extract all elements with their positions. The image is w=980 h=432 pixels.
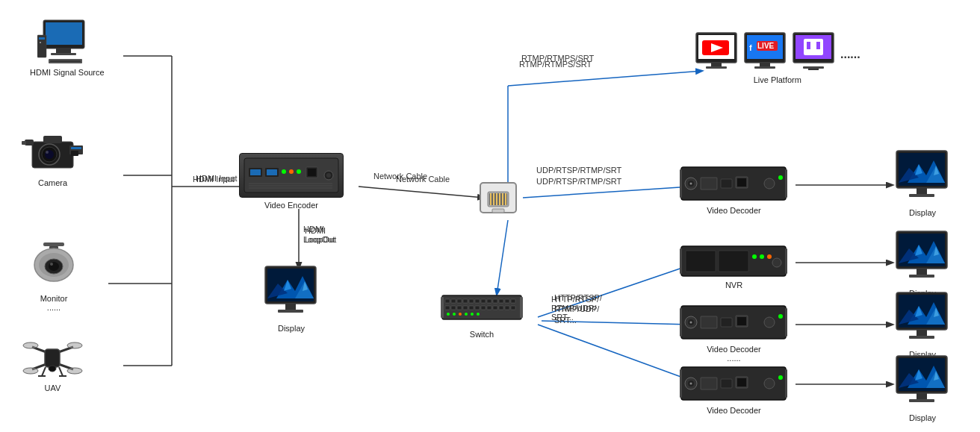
svg-rect-107 [754, 66, 775, 69]
svg-rect-122 [481, 299, 486, 303]
loop-display-node: Display [261, 265, 321, 333]
svg-rect-135 [487, 306, 491, 310]
svg-rect-118 [457, 299, 462, 303]
svg-rect-162 [719, 251, 748, 272]
svg-rect-112 [816, 42, 820, 49]
svg-rect-100 [706, 66, 727, 69]
svg-rect-174 [721, 318, 732, 327]
svg-rect-128 [445, 306, 450, 310]
svg-rect-125 [499, 299, 503, 303]
svg-rect-38 [71, 147, 81, 149]
svg-rect-209 [917, 269, 927, 275]
svg-point-157 [778, 175, 783, 180]
svg-point-67 [289, 169, 294, 174]
decoder-mid-icon [680, 304, 788, 342]
svg-line-11 [497, 220, 508, 295]
display-top-node: Display [893, 149, 952, 217]
network-hub-icon [474, 175, 523, 220]
display-bot-icon [893, 354, 952, 410]
svg-rect-179 [680, 308, 682, 336]
encoder-svg [243, 157, 340, 194]
hdmi-input-text: HDMI Input [196, 174, 238, 183]
svg-rect-201 [909, 194, 934, 197]
architecture-diagram: HDMI Input Network Cable HDMILoopOut RTM… [0, 0, 980, 432]
display-top-icon [893, 149, 952, 205]
svg-rect-36 [22, 141, 26, 145]
svg-point-189 [764, 378, 775, 389]
svg-line-14 [538, 325, 691, 381]
svg-rect-161 [686, 251, 716, 272]
display-bot-node: Display [893, 354, 952, 422]
encoder-node: Video Encoder [239, 153, 344, 210]
svg-rect-129 [451, 306, 456, 310]
decoder-bot-node: Video Decoder [680, 366, 788, 415]
svg-rect-63 [250, 169, 261, 175]
svg-point-151 [690, 183, 692, 185]
svg-line-10 [523, 187, 691, 198]
svg-point-52 [49, 366, 56, 372]
svg-rect-167 [680, 248, 682, 274]
svg-point-66 [282, 169, 286, 174]
hdmi-source-icon [37, 16, 97, 65]
svg-rect-134 [481, 306, 486, 310]
twitch-tv [792, 31, 837, 72]
svg-rect-99 [711, 63, 722, 66]
rtmp-text: RTMP/RTMPS/SRT [521, 54, 594, 63]
svg-point-46 [50, 263, 53, 266]
youtube-tv [695, 31, 739, 72]
svg-text:f: f [749, 43, 752, 52]
svg-rect-21 [46, 22, 82, 45]
live-platform-label: Live Platform [754, 75, 801, 84]
svg-rect-146 [441, 297, 444, 318]
svg-rect-70 [308, 169, 316, 176]
svg-rect-132 [469, 306, 474, 310]
facebook-live-tv: f LIVE [743, 31, 788, 72]
uav-node: UAV [21, 336, 84, 392]
camera-node: Camera [21, 131, 84, 187]
svg-rect-152 [701, 178, 717, 190]
svg-rect-188 [737, 378, 746, 386]
loop-display-label: Display [278, 324, 305, 333]
svg-rect-65 [267, 169, 277, 175]
encoder-label: Video Encoder [264, 201, 318, 210]
svg-point-184 [690, 383, 692, 385]
svg-rect-218 [917, 330, 927, 336]
svg-point-166 [772, 258, 781, 267]
hdmi-source-node: HDMI Signal Source [30, 16, 105, 77]
platform-ellipsis: ...... [840, 48, 860, 72]
svg-point-190 [778, 375, 783, 380]
uav-label: UAV [45, 384, 61, 392]
svg-line-6 [359, 187, 484, 198]
svg-rect-87 [489, 193, 507, 205]
svg-rect-159 [785, 169, 787, 198]
svg-rect-25 [39, 37, 45, 40]
svg-rect-83 [285, 304, 296, 310]
svg-line-58 [59, 367, 63, 376]
svg-rect-111 [807, 42, 810, 49]
decoder-top-node: Video Decoder [680, 166, 788, 215]
svg-point-56 [67, 368, 82, 374]
svg-rect-114 [803, 66, 824, 69]
svg-text:LIVE: LIVE [757, 42, 775, 50]
svg-point-33 [46, 151, 49, 154]
decoder-mid-node: Video Decoder...... [680, 304, 788, 363]
svg-rect-124 [493, 299, 497, 303]
svg-rect-110 [804, 39, 823, 55]
svg-line-57 [42, 367, 46, 376]
svg-rect-51 [45, 349, 60, 367]
svg-rect-116 [445, 299, 450, 303]
encoder-body [239, 153, 344, 198]
dome-camera-icon [28, 242, 79, 291]
switch-icon [441, 289, 523, 327]
switch-node: Switch [441, 289, 523, 339]
svg-rect-39 [71, 151, 78, 156]
hdmi-source-label: HDMI Signal Source [30, 68, 105, 77]
svg-point-172 [690, 322, 692, 324]
display-mid-node: Display [893, 291, 952, 359]
svg-rect-227 [917, 393, 927, 399]
svg-rect-176 [737, 317, 746, 325]
svg-point-164 [760, 254, 764, 259]
decoder-mid-label: Video Decoder...... [707, 345, 761, 363]
svg-rect-119 [463, 299, 468, 303]
svg-rect-139 [511, 306, 515, 310]
